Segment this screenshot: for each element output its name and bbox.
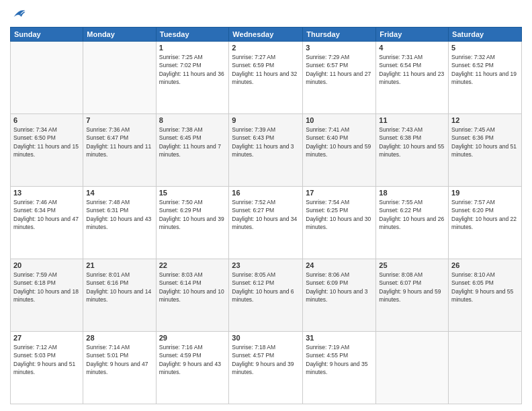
day-info: Sunrise: 7:54 AMSunset: 6:25 PMDaylight:… bbox=[306, 198, 373, 231]
calendar-week-row: 27Sunrise: 7:12 AMSunset: 5:03 PMDayligh… bbox=[11, 332, 522, 404]
weekday-header: Friday bbox=[376, 28, 449, 42]
weekday-header: Sunday bbox=[11, 28, 83, 42]
day-info: Sunrise: 7:55 AMSunset: 6:22 PMDaylight:… bbox=[379, 198, 445, 231]
calendar-week-row: 13Sunrise: 7:46 AMSunset: 6:34 PMDayligh… bbox=[11, 187, 522, 259]
weekday-header: Saturday bbox=[449, 28, 522, 42]
day-number: 22 bbox=[159, 261, 226, 269]
day-number: 2 bbox=[232, 44, 300, 52]
day-info: Sunrise: 8:03 AMSunset: 6:14 PMDaylight:… bbox=[159, 271, 226, 304]
day-info: Sunrise: 7:38 AMSunset: 6:45 PMDaylight:… bbox=[159, 126, 226, 158]
day-info: Sunrise: 7:18 AMSunset: 4:57 PMDaylight:… bbox=[232, 343, 300, 376]
logo-bird-icon bbox=[11, 7, 26, 21]
calendar-day-cell: 12Sunrise: 7:45 AMSunset: 6:36 PMDayligh… bbox=[449, 114, 522, 187]
day-number: 3 bbox=[306, 44, 373, 52]
day-info: Sunrise: 7:59 AMSunset: 6:18 PMDaylight:… bbox=[13, 271, 80, 304]
day-number: 12 bbox=[451, 116, 519, 124]
calendar-day-cell: 5Sunrise: 7:32 AMSunset: 6:52 PMDaylight… bbox=[449, 42, 522, 114]
day-info: Sunrise: 8:08 AMSunset: 6:07 PMDaylight:… bbox=[379, 271, 445, 304]
calendar-day-cell: 26Sunrise: 8:10 AMSunset: 6:05 PMDayligh… bbox=[449, 259, 522, 332]
day-info: Sunrise: 8:01 AMSunset: 6:16 PMDaylight:… bbox=[86, 271, 152, 304]
calendar-day-cell: 23Sunrise: 8:05 AMSunset: 6:12 PMDayligh… bbox=[229, 259, 303, 332]
calendar-day-cell: 24Sunrise: 8:06 AMSunset: 6:09 PMDayligh… bbox=[303, 259, 376, 332]
calendar-day-cell: 17Sunrise: 7:54 AMSunset: 6:25 PMDayligh… bbox=[303, 187, 376, 259]
day-info: Sunrise: 7:57 AMSunset: 6:20 PMDaylight:… bbox=[451, 198, 519, 231]
day-number: 18 bbox=[379, 189, 445, 197]
day-number: 24 bbox=[306, 261, 373, 269]
day-number: 1 bbox=[159, 44, 226, 52]
calendar-week-row: 6Sunrise: 7:34 AMSunset: 6:50 PMDaylight… bbox=[11, 114, 522, 187]
calendar-day-cell: 1Sunrise: 7:25 AMSunset: 7:02 PMDaylight… bbox=[156, 42, 229, 114]
day-info: Sunrise: 7:36 AMSunset: 6:47 PMDaylight:… bbox=[86, 126, 152, 158]
day-info: Sunrise: 7:41 AMSunset: 6:40 PMDaylight:… bbox=[306, 126, 373, 158]
weekday-header: Monday bbox=[83, 28, 156, 42]
day-info: Sunrise: 7:16 AMSunset: 4:59 PMDaylight:… bbox=[159, 343, 226, 376]
calendar-day-cell bbox=[449, 332, 522, 404]
calendar-week-row: 1Sunrise: 7:25 AMSunset: 7:02 PMDaylight… bbox=[11, 42, 522, 114]
day-number: 4 bbox=[379, 44, 445, 52]
day-number: 6 bbox=[13, 116, 80, 124]
calendar-day-cell bbox=[83, 42, 156, 114]
day-number: 19 bbox=[451, 189, 519, 197]
day-number: 8 bbox=[159, 116, 226, 124]
calendar-header-row: SundayMondayTuesdayWednesdayThursdayFrid… bbox=[11, 28, 522, 42]
day-info: Sunrise: 7:12 AMSunset: 5:03 PMDaylight:… bbox=[13, 343, 80, 376]
day-number: 14 bbox=[86, 189, 152, 197]
day-info: Sunrise: 7:19 AMSunset: 4:55 PMDaylight:… bbox=[306, 343, 373, 376]
day-info: Sunrise: 8:06 AMSunset: 6:09 PMDaylight:… bbox=[306, 271, 373, 304]
day-number: 28 bbox=[86, 334, 152, 342]
day-number: 11 bbox=[379, 116, 445, 124]
calendar-day-cell: 18Sunrise: 7:55 AMSunset: 6:22 PMDayligh… bbox=[376, 187, 449, 259]
page: SundayMondayTuesdayWednesdayThursdayFrid… bbox=[0, 0, 532, 411]
logo bbox=[10, 7, 26, 21]
day-number: 21 bbox=[86, 261, 152, 269]
day-number: 15 bbox=[159, 189, 226, 197]
day-info: Sunrise: 7:52 AMSunset: 6:27 PMDaylight:… bbox=[232, 198, 300, 231]
day-number: 9 bbox=[232, 116, 300, 124]
day-number: 25 bbox=[379, 261, 445, 269]
day-number: 23 bbox=[232, 261, 300, 269]
day-number: 7 bbox=[86, 116, 152, 124]
calendar-day-cell: 6Sunrise: 7:34 AMSunset: 6:50 PMDaylight… bbox=[11, 114, 83, 187]
day-info: Sunrise: 7:48 AMSunset: 6:31 PMDaylight:… bbox=[86, 198, 152, 231]
day-info: Sunrise: 7:50 AMSunset: 6:29 PMDaylight:… bbox=[159, 198, 226, 231]
calendar-day-cell bbox=[376, 332, 449, 404]
day-info: Sunrise: 7:32 AMSunset: 6:52 PMDaylight:… bbox=[451, 53, 519, 86]
calendar-day-cell: 25Sunrise: 8:08 AMSunset: 6:07 PMDayligh… bbox=[376, 259, 449, 332]
day-info: Sunrise: 7:34 AMSunset: 6:50 PMDaylight:… bbox=[13, 126, 80, 158]
day-info: Sunrise: 7:39 AMSunset: 6:43 PMDaylight:… bbox=[232, 126, 300, 158]
day-number: 20 bbox=[13, 261, 80, 269]
day-info: Sunrise: 7:14 AMSunset: 5:01 PMDaylight:… bbox=[86, 343, 152, 376]
calendar-day-cell: 10Sunrise: 7:41 AMSunset: 6:40 PMDayligh… bbox=[303, 114, 376, 187]
day-number: 16 bbox=[232, 189, 300, 197]
calendar-day-cell: 21Sunrise: 8:01 AMSunset: 6:16 PMDayligh… bbox=[83, 259, 156, 332]
calendar-day-cell: 11Sunrise: 7:43 AMSunset: 6:38 PMDayligh… bbox=[376, 114, 449, 187]
weekday-header: Wednesday bbox=[229, 28, 303, 42]
day-info: Sunrise: 8:05 AMSunset: 6:12 PMDaylight:… bbox=[232, 271, 300, 304]
calendar-day-cell: 3Sunrise: 7:29 AMSunset: 6:57 PMDaylight… bbox=[303, 42, 376, 114]
calendar-day-cell: 19Sunrise: 7:57 AMSunset: 6:20 PMDayligh… bbox=[449, 187, 522, 259]
day-number: 27 bbox=[13, 334, 80, 342]
calendar-day-cell: 30Sunrise: 7:18 AMSunset: 4:57 PMDayligh… bbox=[229, 332, 303, 404]
day-info: Sunrise: 7:45 AMSunset: 6:36 PMDaylight:… bbox=[451, 126, 519, 158]
calendar-day-cell: 22Sunrise: 8:03 AMSunset: 6:14 PMDayligh… bbox=[156, 259, 229, 332]
calendar-day-cell: 31Sunrise: 7:19 AMSunset: 4:55 PMDayligh… bbox=[303, 332, 376, 404]
day-info: Sunrise: 7:31 AMSunset: 6:54 PMDaylight:… bbox=[379, 53, 445, 86]
calendar-day-cell: 29Sunrise: 7:16 AMSunset: 4:59 PMDayligh… bbox=[156, 332, 229, 404]
day-info: Sunrise: 7:25 AMSunset: 7:02 PMDaylight:… bbox=[159, 53, 226, 86]
calendar-week-row: 20Sunrise: 7:59 AMSunset: 6:18 PMDayligh… bbox=[11, 259, 522, 332]
day-number: 26 bbox=[451, 261, 519, 269]
calendar-day-cell: 7Sunrise: 7:36 AMSunset: 6:47 PMDaylight… bbox=[83, 114, 156, 187]
day-info: Sunrise: 7:43 AMSunset: 6:38 PMDaylight:… bbox=[379, 126, 445, 158]
calendar-day-cell: 4Sunrise: 7:31 AMSunset: 6:54 PMDaylight… bbox=[376, 42, 449, 114]
calendar-day-cell bbox=[11, 42, 83, 114]
calendar-day-cell: 15Sunrise: 7:50 AMSunset: 6:29 PMDayligh… bbox=[156, 187, 229, 259]
day-info: Sunrise: 7:29 AMSunset: 6:57 PMDaylight:… bbox=[306, 53, 373, 86]
calendar-day-cell: 20Sunrise: 7:59 AMSunset: 6:18 PMDayligh… bbox=[11, 259, 83, 332]
calendar-table: SundayMondayTuesdayWednesdayThursdayFrid… bbox=[10, 27, 522, 404]
calendar-day-cell: 14Sunrise: 7:48 AMSunset: 6:31 PMDayligh… bbox=[83, 187, 156, 259]
header bbox=[10, 7, 522, 21]
day-info: Sunrise: 7:46 AMSunset: 6:34 PMDaylight:… bbox=[13, 198, 80, 231]
day-info: Sunrise: 7:27 AMSunset: 6:59 PMDaylight:… bbox=[232, 53, 300, 86]
calendar-day-cell: 8Sunrise: 7:38 AMSunset: 6:45 PMDaylight… bbox=[156, 114, 229, 187]
day-number: 13 bbox=[13, 189, 80, 197]
